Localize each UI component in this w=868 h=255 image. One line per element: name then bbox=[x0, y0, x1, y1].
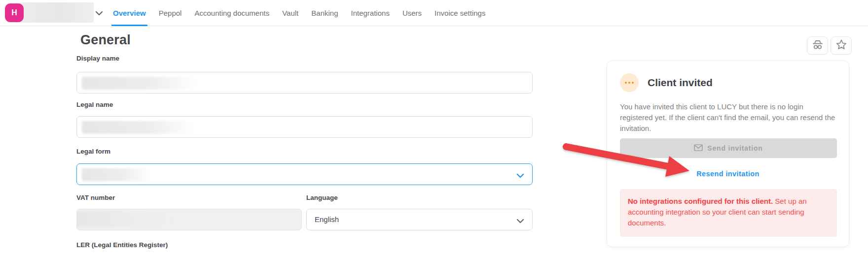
legal-form-label: Legal form bbox=[76, 148, 110, 155]
envelope-icon bbox=[694, 144, 703, 153]
tab-banking[interactable]: Banking bbox=[305, 0, 344, 26]
redacted-value bbox=[82, 77, 198, 90]
tab-accounting-documents[interactable]: Accounting documents bbox=[188, 0, 276, 26]
client-avatar[interactable]: H bbox=[5, 3, 24, 22]
redacted-value bbox=[82, 121, 195, 134]
page-title: General bbox=[80, 32, 131, 48]
tab-users[interactable]: Users bbox=[396, 0, 428, 26]
send-invitation-label: Send invitation bbox=[707, 144, 762, 152]
legal-form-select[interactable] bbox=[76, 163, 533, 185]
vat-number-label: VAT number bbox=[76, 194, 115, 201]
incognito-mode-button[interactable] bbox=[807, 36, 828, 55]
ler-label: LER (Legal Entities Register) bbox=[76, 241, 168, 249]
no-integrations-warning: No integrations configured for this clie… bbox=[620, 189, 837, 237]
star-icon bbox=[835, 39, 847, 52]
incognito-icon bbox=[812, 39, 824, 52]
client-overview-page: H Overview Peppol Accounting documents V… bbox=[0, 0, 868, 255]
redacted-value bbox=[76, 211, 177, 227]
legal-name-label: Legal name bbox=[76, 101, 113, 108]
display-name-input[interactable] bbox=[76, 72, 533, 94]
redacted-value bbox=[82, 168, 151, 181]
display-name-label: Display name bbox=[76, 55, 119, 62]
card-header: Client invited bbox=[620, 73, 713, 92]
chevron-down-icon bbox=[516, 217, 524, 223]
tab-peppol[interactable]: Peppol bbox=[152, 0, 188, 26]
tab-overview[interactable]: Overview bbox=[107, 0, 152, 26]
client-invited-card: Client invited You have invited this cli… bbox=[607, 61, 849, 247]
client-name-redacted[interactable] bbox=[19, 2, 94, 23]
warning-bold-text: No integrations configured for this clie… bbox=[628, 197, 773, 205]
favorite-button[interactable] bbox=[831, 36, 852, 55]
language-select[interactable]: English bbox=[306, 209, 533, 230]
pending-dots-icon bbox=[620, 73, 639, 92]
card-title: Client invited bbox=[648, 77, 713, 89]
chevron-down-icon[interactable] bbox=[95, 10, 103, 17]
chevron-down-icon bbox=[516, 172, 524, 178]
legal-name-input[interactable] bbox=[76, 116, 533, 138]
send-invitation-button[interactable]: Send invitation bbox=[620, 138, 837, 158]
tab-bar: Overview Peppol Accounting documents Vau… bbox=[107, 0, 492, 26]
tab-vault[interactable]: Vault bbox=[276, 0, 305, 26]
resend-invitation-link[interactable]: Resend invitation bbox=[607, 170, 849, 178]
tab-integrations[interactable]: Integrations bbox=[345, 0, 396, 26]
language-label: Language bbox=[306, 194, 338, 201]
card-description: You have invited this client to LUCY but… bbox=[620, 101, 837, 134]
top-navigation-bar: H Overview Peppol Accounting documents V… bbox=[0, 0, 868, 26]
tab-invoice-settings[interactable]: Invoice settings bbox=[428, 0, 492, 26]
vat-number-input bbox=[76, 209, 302, 230]
language-selected-value: English bbox=[315, 215, 339, 223]
